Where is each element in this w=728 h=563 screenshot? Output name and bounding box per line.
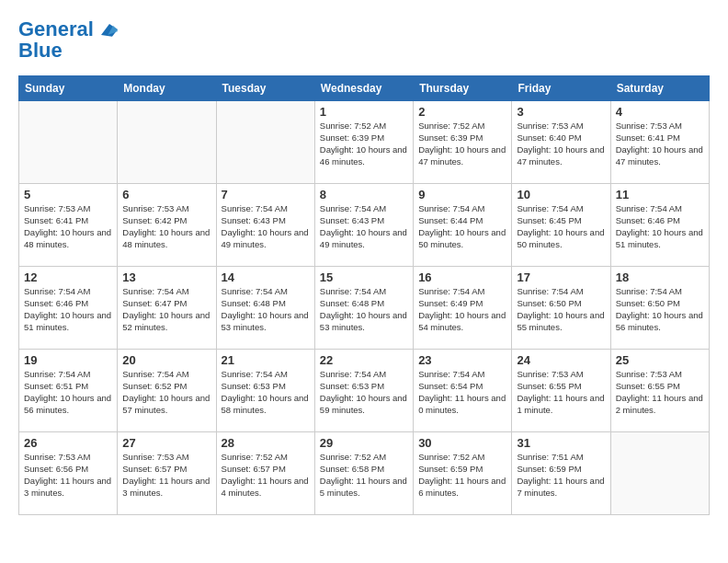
calendar-cell: 23Sunrise: 7:54 AM Sunset: 6:54 PM Dayli… bbox=[414, 350, 512, 432]
day-info: Sunrise: 7:54 AM Sunset: 6:53 PM Dayligh… bbox=[320, 369, 408, 416]
day-info: Sunrise: 7:54 AM Sunset: 6:54 PM Dayligh… bbox=[418, 369, 506, 416]
day-info: Sunrise: 7:52 AM Sunset: 6:39 PM Dayligh… bbox=[418, 121, 506, 167]
day-number: 2 bbox=[418, 105, 506, 119]
day-info: Sunrise: 7:54 AM Sunset: 6:53 PM Dayligh… bbox=[222, 369, 310, 416]
day-info: Sunrise: 7:54 AM Sunset: 6:48 PM Dayligh… bbox=[320, 286, 408, 333]
day-number: 30 bbox=[418, 436, 506, 450]
day-info: Sunrise: 7:54 AM Sunset: 6:52 PM Dayligh… bbox=[122, 369, 210, 416]
day-number: 13 bbox=[122, 270, 210, 284]
day-info: Sunrise: 7:54 AM Sunset: 6:48 PM Dayligh… bbox=[222, 286, 310, 333]
day-info: Sunrise: 7:53 AM Sunset: 6:41 PM Dayligh… bbox=[24, 203, 112, 250]
calendar-cell: 10Sunrise: 7:54 AM Sunset: 6:45 PM Dayli… bbox=[512, 184, 610, 267]
calendar-cell bbox=[118, 101, 216, 184]
calendar-cell: 26Sunrise: 7:53 AM Sunset: 6:56 PM Dayli… bbox=[19, 432, 118, 515]
calendar-cell bbox=[216, 101, 314, 184]
day-info: Sunrise: 7:54 AM Sunset: 6:46 PM Dayligh… bbox=[24, 286, 112, 333]
calendar-cell: 29Sunrise: 7:52 AM Sunset: 6:58 PM Dayli… bbox=[314, 432, 413, 515]
calendar-cell: 13Sunrise: 7:54 AM Sunset: 6:47 PM Dayli… bbox=[118, 267, 216, 350]
calendar-cell: 25Sunrise: 7:53 AM Sunset: 6:55 PM Dayli… bbox=[610, 350, 709, 432]
calendar-cell bbox=[19, 101, 118, 184]
day-info: Sunrise: 7:51 AM Sunset: 6:59 PM Dayligh… bbox=[517, 452, 605, 499]
day-number: 20 bbox=[122, 353, 210, 367]
day-info: Sunrise: 7:52 AM Sunset: 6:57 PM Dayligh… bbox=[222, 452, 310, 499]
day-number: 21 bbox=[222, 353, 310, 367]
day-number: 3 bbox=[517, 105, 605, 119]
day-number: 12 bbox=[24, 270, 112, 284]
calendar-cell: 30Sunrise: 7:52 AM Sunset: 6:59 PM Dayli… bbox=[414, 432, 512, 515]
calendar-cell: 6Sunrise: 7:53 AM Sunset: 6:42 PM Daylig… bbox=[118, 184, 216, 267]
calendar-cell: 31Sunrise: 7:51 AM Sunset: 6:59 PM Dayli… bbox=[512, 432, 610, 515]
weekday-header-sunday: Sunday bbox=[19, 76, 118, 101]
calendar-cell: 14Sunrise: 7:54 AM Sunset: 6:48 PM Dayli… bbox=[216, 267, 314, 350]
day-number: 4 bbox=[616, 105, 704, 119]
calendar-cell: 11Sunrise: 7:54 AM Sunset: 6:46 PM Dayli… bbox=[610, 184, 709, 267]
day-info: Sunrise: 7:53 AM Sunset: 6:55 PM Dayligh… bbox=[616, 369, 704, 416]
calendar-cell: 3Sunrise: 7:53 AM Sunset: 6:40 PM Daylig… bbox=[512, 101, 610, 184]
day-number: 16 bbox=[418, 270, 506, 284]
day-info: Sunrise: 7:53 AM Sunset: 6:40 PM Dayligh… bbox=[517, 121, 605, 167]
day-info: Sunrise: 7:52 AM Sunset: 6:39 PM Dayligh… bbox=[320, 121, 408, 167]
calendar-cell: 4Sunrise: 7:53 AM Sunset: 6:41 PM Daylig… bbox=[610, 101, 709, 184]
calendar-cell: 2Sunrise: 7:52 AM Sunset: 6:39 PM Daylig… bbox=[414, 101, 512, 184]
day-number: 8 bbox=[320, 188, 408, 201]
calendar-cell: 22Sunrise: 7:54 AM Sunset: 6:53 PM Dayli… bbox=[314, 350, 413, 432]
calendar-cell: 8Sunrise: 7:54 AM Sunset: 6:43 PM Daylig… bbox=[314, 184, 413, 267]
day-number: 19 bbox=[24, 353, 112, 367]
day-number: 22 bbox=[320, 353, 408, 367]
calendar-cell: 28Sunrise: 7:52 AM Sunset: 6:57 PM Dayli… bbox=[216, 432, 314, 515]
calendar-cell: 12Sunrise: 7:54 AM Sunset: 6:46 PM Dayli… bbox=[19, 267, 118, 350]
calendar-cell: 18Sunrise: 7:54 AM Sunset: 6:50 PM Dayli… bbox=[610, 267, 709, 350]
weekday-header-tuesday: Tuesday bbox=[216, 76, 314, 101]
day-info: Sunrise: 7:54 AM Sunset: 6:45 PM Dayligh… bbox=[517, 203, 605, 250]
day-info: Sunrise: 7:53 AM Sunset: 6:41 PM Dayligh… bbox=[616, 121, 704, 167]
day-number: 26 bbox=[24, 436, 112, 450]
calendar-cell: 16Sunrise: 7:54 AM Sunset: 6:49 PM Dayli… bbox=[414, 267, 512, 350]
day-number: 11 bbox=[616, 188, 704, 201]
calendar-cell bbox=[610, 432, 709, 515]
day-number: 23 bbox=[418, 353, 506, 367]
page-header: General Blue bbox=[18, 18, 710, 61]
calendar-cell: 20Sunrise: 7:54 AM Sunset: 6:52 PM Dayli… bbox=[118, 350, 216, 432]
day-number: 28 bbox=[222, 436, 310, 450]
day-number: 14 bbox=[222, 270, 310, 284]
weekday-header-thursday: Thursday bbox=[414, 76, 512, 101]
day-number: 27 bbox=[122, 436, 210, 450]
calendar-cell: 9Sunrise: 7:54 AM Sunset: 6:44 PM Daylig… bbox=[414, 184, 512, 267]
day-number: 5 bbox=[24, 188, 112, 201]
weekday-header-saturday: Saturday bbox=[610, 76, 709, 101]
calendar-cell: 7Sunrise: 7:54 AM Sunset: 6:43 PM Daylig… bbox=[216, 184, 314, 267]
weekday-header-monday: Monday bbox=[118, 76, 216, 101]
day-info: Sunrise: 7:53 AM Sunset: 6:42 PM Dayligh… bbox=[122, 203, 210, 250]
day-number: 6 bbox=[122, 188, 210, 201]
day-number: 25 bbox=[616, 353, 704, 367]
day-info: Sunrise: 7:52 AM Sunset: 6:58 PM Dayligh… bbox=[320, 452, 408, 499]
weekday-header-wednesday: Wednesday bbox=[314, 76, 413, 101]
day-info: Sunrise: 7:54 AM Sunset: 6:46 PM Dayligh… bbox=[616, 203, 704, 250]
day-info: Sunrise: 7:53 AM Sunset: 6:56 PM Dayligh… bbox=[24, 452, 112, 499]
day-number: 29 bbox=[320, 436, 408, 450]
calendar-cell: 19Sunrise: 7:54 AM Sunset: 6:51 PM Dayli… bbox=[19, 350, 118, 432]
logo: General Blue bbox=[18, 18, 118, 61]
logo-blue: Blue bbox=[18, 40, 118, 61]
day-number: 17 bbox=[517, 270, 605, 284]
day-info: Sunrise: 7:54 AM Sunset: 6:43 PM Dayligh… bbox=[320, 203, 408, 250]
calendar-cell: 17Sunrise: 7:54 AM Sunset: 6:50 PM Dayli… bbox=[512, 267, 610, 350]
calendar-cell: 21Sunrise: 7:54 AM Sunset: 6:53 PM Dayli… bbox=[216, 350, 314, 432]
day-number: 9 bbox=[418, 188, 506, 201]
day-number: 1 bbox=[320, 105, 408, 119]
calendar-cell: 24Sunrise: 7:53 AM Sunset: 6:55 PM Dayli… bbox=[512, 350, 610, 432]
day-info: Sunrise: 7:54 AM Sunset: 6:44 PM Dayligh… bbox=[418, 203, 506, 250]
calendar-cell: 1Sunrise: 7:52 AM Sunset: 6:39 PM Daylig… bbox=[314, 101, 413, 184]
day-info: Sunrise: 7:52 AM Sunset: 6:59 PM Dayligh… bbox=[418, 452, 506, 499]
day-info: Sunrise: 7:54 AM Sunset: 6:47 PM Dayligh… bbox=[122, 286, 210, 333]
day-number: 31 bbox=[517, 436, 605, 450]
calendar-cell: 15Sunrise: 7:54 AM Sunset: 6:48 PM Dayli… bbox=[314, 267, 413, 350]
calendar-table: SundayMondayTuesdayWednesdayThursdayFrid… bbox=[18, 75, 710, 515]
day-info: Sunrise: 7:54 AM Sunset: 6:51 PM Dayligh… bbox=[24, 369, 112, 416]
day-number: 24 bbox=[517, 353, 605, 367]
calendar-cell: 27Sunrise: 7:53 AM Sunset: 6:57 PM Dayli… bbox=[118, 432, 216, 515]
calendar-cell: 5Sunrise: 7:53 AM Sunset: 6:41 PM Daylig… bbox=[19, 184, 118, 267]
weekday-header-friday: Friday bbox=[512, 76, 610, 101]
day-info: Sunrise: 7:53 AM Sunset: 6:57 PM Dayligh… bbox=[122, 452, 210, 499]
day-info: Sunrise: 7:54 AM Sunset: 6:50 PM Dayligh… bbox=[616, 286, 704, 333]
